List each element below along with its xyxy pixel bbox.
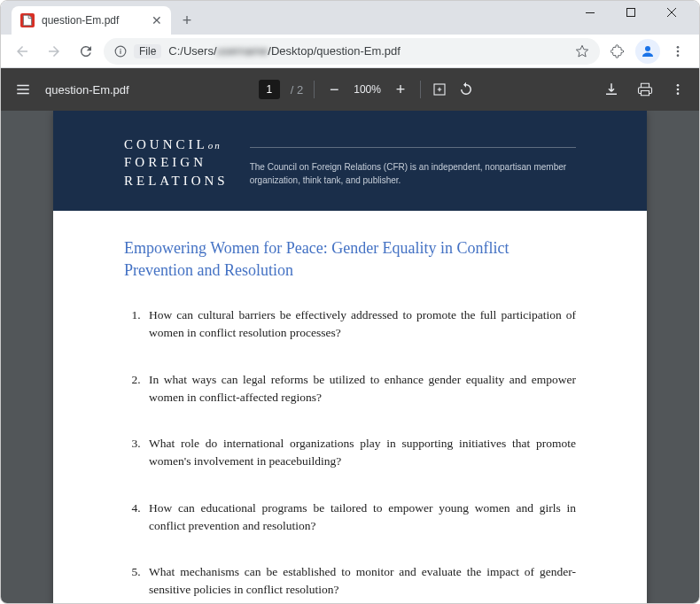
svg-point-5 (645, 46, 650, 51)
pdf-menu-icon[interactable] (15, 81, 31, 97)
list-item: What mechanisms can be established to mo… (144, 563, 576, 600)
pdf-viewport[interactable]: COUNCILon FOREIGN RELATIONS The Council … (1, 111, 699, 604)
svg-point-12 (677, 92, 680, 95)
address-omnibox[interactable]: File C:/Users/username/Desktop/question-… (104, 38, 600, 65)
reload-button[interactable] (72, 37, 100, 66)
window-titlebar: question-Em.pdf ✕ + (1, 1, 699, 35)
pdf-more-icon[interactable] (671, 82, 685, 97)
zoom-out-button[interactable]: − (325, 81, 343, 99)
cfr-description: The Council on Foreign Relations (CFR) i… (250, 147, 576, 187)
extensions-button[interactable] (603, 37, 632, 66)
toolbar-divider (420, 81, 421, 98)
document-header: COUNCILon FOREIGN RELATIONS The Council … (53, 111, 647, 211)
zoom-level: 100% (354, 83, 381, 96)
tab-title: question-Em.pdf (42, 14, 144, 27)
pdf-page: COUNCILon FOREIGN RELATIONS The Council … (53, 111, 647, 604)
browser-menu-button[interactable] (664, 37, 692, 66)
back-button[interactable] (8, 37, 36, 66)
svg-point-7 (677, 50, 680, 52)
svg-rect-4 (120, 49, 121, 50)
pdf-center-controls: / 2 − 100% + (259, 80, 474, 99)
forward-button[interactable] (40, 37, 68, 66)
url-file-chip: File (134, 44, 161, 58)
window-controls (570, 0, 692, 29)
pdf-right-controls (603, 81, 685, 97)
info-icon (114, 45, 127, 58)
download-icon[interactable] (603, 81, 619, 97)
svg-point-10 (677, 84, 680, 87)
list-item: In what ways can legal reforms be utiliz… (144, 371, 576, 407)
close-tab-icon[interactable]: ✕ (152, 13, 162, 27)
document-body: Empowering Women for Peace: Gender Equal… (53, 211, 647, 604)
pdf-toolbar: question-Em.pdf / 2 − 100% + (1, 68, 699, 111)
new-tab-button[interactable]: + (175, 8, 199, 33)
svg-rect-1 (627, 9, 635, 17)
page-number-input[interactable] (259, 80, 280, 99)
document-title: Empowering Women for Peace: Gender Equal… (124, 237, 576, 282)
fit-page-icon[interactable] (432, 81, 447, 97)
pdf-filename: question-Em.pdf (45, 83, 129, 97)
rotate-icon[interactable] (458, 81, 474, 97)
cfr-logo: COUNCILon FOREIGN RELATIONS (124, 136, 229, 190)
url-path: C:/Users/username/Desktop/question-Em.pd… (168, 44, 401, 58)
close-window-button[interactable] (651, 0, 692, 26)
pdf-file-icon (20, 13, 35, 27)
list-item: How can cultural barriers be effectively… (144, 306, 576, 343)
browser-tab[interactable]: question-Em.pdf ✕ (12, 6, 171, 35)
address-bar: File C:/Users/username/Desktop/question-… (1, 35, 699, 68)
maximize-button[interactable] (611, 0, 651, 26)
svg-rect-0 (586, 12, 595, 13)
minimize-button[interactable] (570, 0, 611, 26)
svg-point-11 (677, 89, 680, 91)
bookmark-star-icon[interactable] (575, 44, 589, 58)
svg-rect-3 (120, 50, 121, 53)
page-separator: / 2 (291, 83, 303, 97)
profile-button[interactable] (635, 39, 660, 64)
svg-point-6 (677, 46, 680, 49)
zoom-in-button[interactable]: + (392, 81, 409, 99)
list-item: How can educational programs be tailored… (144, 499, 576, 536)
toolbar-divider (314, 81, 315, 98)
list-item: What role do international organizations… (144, 435, 576, 471)
question-list: How can cultural barriers be effectively… (124, 306, 576, 600)
svg-point-8 (677, 54, 680, 57)
print-icon[interactable] (637, 81, 653, 97)
